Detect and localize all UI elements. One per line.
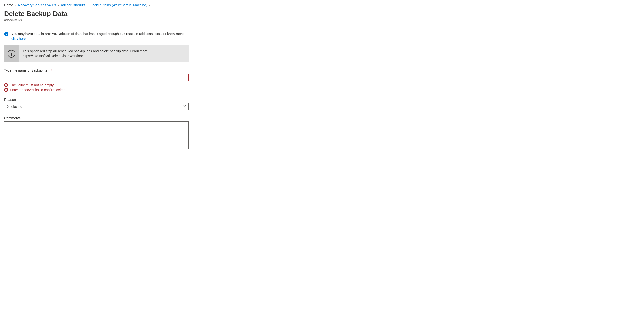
- info-banner-text: You may have data in archive. Deletion o…: [12, 32, 185, 36]
- validation-error: The value must not be empty.: [4, 83, 188, 87]
- validation-error-text: Enter 'adhocvmuks' to confirm delete.: [10, 88, 66, 92]
- reason-field-label: Reason: [4, 98, 188, 102]
- chevron-right-icon: ›: [15, 4, 16, 7]
- info-icon: [4, 32, 8, 36]
- svg-rect-4: [11, 53, 12, 56]
- backup-item-name-input[interactable]: [4, 74, 188, 81]
- error-icon: [4, 83, 8, 87]
- warning-banner-line2: https://aka.ms/SoftDeleteCloudWorkloads: [22, 54, 148, 59]
- more-actions-button[interactable]: ···: [72, 11, 77, 17]
- page-subtitle: adhocvmuks: [4, 18, 640, 22]
- comments-textarea[interactable]: [4, 121, 188, 149]
- info-banner: You may have data in archive. Deletion o…: [4, 32, 188, 41]
- breadcrumb: Home › Recovery Services vaults › adhocr…: [4, 3, 640, 7]
- reason-select[interactable]: 0 selected: [4, 103, 188, 110]
- svg-point-5: [11, 52, 12, 52]
- error-icon: [4, 88, 8, 92]
- breadcrumb-rsv[interactable]: Recovery Services vaults: [18, 3, 56, 7]
- page-title: Delete Backup Data: [4, 10, 68, 18]
- breadcrumb-vault[interactable]: adhocrunneruks: [61, 3, 86, 7]
- info-banner-link[interactable]: click here: [12, 37, 26, 41]
- warning-banner: This option will stop all scheduled back…: [4, 45, 188, 62]
- validation-error-text: The value must not be empty.: [10, 83, 54, 87]
- breadcrumb-home[interactable]: Home: [4, 3, 13, 7]
- chevron-right-icon: ›: [58, 4, 59, 7]
- chevron-right-icon: ›: [149, 4, 150, 7]
- warning-banner-line1: This option will stop all scheduled back…: [22, 49, 148, 54]
- chevron-right-icon: ›: [87, 4, 88, 7]
- name-field-label: Type the name of Backup Item*: [4, 69, 188, 72]
- info-outline-icon: [4, 45, 19, 62]
- svg-rect-1: [6, 34, 6, 35]
- svg-point-2: [6, 33, 6, 33]
- comments-field-label: Comments: [4, 116, 188, 120]
- breadcrumb-items[interactable]: Backup Items (Azure Virtual Machine): [90, 3, 147, 7]
- validation-error: Enter 'adhocvmuks' to confirm delete.: [4, 88, 188, 92]
